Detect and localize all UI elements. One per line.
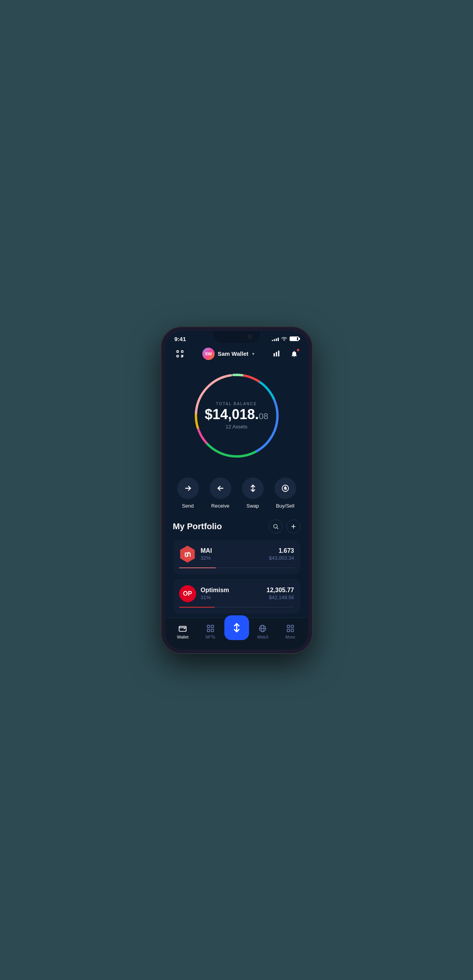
asset-card-optimism[interactable]: OP Optimism 31% 12,305.77 $42,149.56 xyxy=(173,579,300,614)
nfts-nav-icon xyxy=(206,624,215,633)
nav-more[interactable]: More xyxy=(276,624,304,639)
optimism-amount: 12,305.77 xyxy=(266,587,294,594)
notch xyxy=(214,331,260,343)
nav-web3[interactable]: Web3 xyxy=(249,624,277,639)
svg-rect-7 xyxy=(273,353,275,356)
more-nav-icon xyxy=(286,624,295,633)
svg-rect-37 xyxy=(287,625,290,628)
bell-icon[interactable] xyxy=(288,348,300,360)
phone-screen: 9:41 xyxy=(165,331,308,649)
receive-button[interactable]: Receive xyxy=(210,477,231,509)
optimism-pct: 31% xyxy=(201,594,229,600)
svg-rect-28 xyxy=(179,627,186,632)
nav-nfts[interactable]: NFTs xyxy=(197,624,224,639)
mai-pct: 32% xyxy=(201,555,212,561)
swap-button[interactable]: Swap xyxy=(242,477,264,509)
svg-rect-31 xyxy=(207,629,210,632)
signal-icon xyxy=(272,336,279,341)
more-nav-label: More xyxy=(285,635,295,639)
wallet-name: Sam Wallet xyxy=(218,350,248,357)
balance-label: TOTAL BALANCE xyxy=(205,402,268,406)
mai-value: $43,003.34 xyxy=(269,555,294,561)
send-button[interactable]: Send xyxy=(177,477,199,509)
svg-rect-1 xyxy=(181,350,183,352)
nfts-nav-label: NFTs xyxy=(205,635,215,639)
svg-rect-0 xyxy=(176,350,178,352)
web3-nav-icon xyxy=(258,624,267,633)
status-time: 9:41 xyxy=(175,336,186,342)
action-buttons: Send Receive xyxy=(165,470,308,520)
portfolio-title: My Portfolio xyxy=(173,521,222,532)
nav-wallet[interactable]: Wallet xyxy=(169,624,197,639)
buysell-label: Buy/Sell xyxy=(276,503,295,509)
swap-label: Swap xyxy=(246,503,259,509)
svg-rect-9 xyxy=(278,350,279,356)
optimism-progress-fill xyxy=(179,607,215,608)
balance-chart: TOTAL BALANCE $14,018.08 12 Assets xyxy=(190,369,283,462)
mai-progress-bar xyxy=(179,567,294,568)
svg-line-25 xyxy=(277,528,278,529)
svg-rect-39 xyxy=(287,629,290,632)
mai-icon: ₥ xyxy=(179,546,196,563)
mai-name: MAI xyxy=(201,547,212,554)
battery-icon xyxy=(290,336,299,341)
send-label: Send xyxy=(182,503,193,509)
camera xyxy=(248,335,252,339)
notification-dot xyxy=(297,348,300,352)
asset-card-mai[interactable]: ₥ MAI 32% 1.673 $43,003.34 xyxy=(173,540,300,574)
buysell-button[interactable]: Buy/Sell xyxy=(275,477,296,509)
nav-center-swap[interactable] xyxy=(224,615,249,640)
optimism-progress-bar xyxy=(179,607,294,608)
svg-point-24 xyxy=(273,524,277,528)
asset-row-mai: ₥ MAI 32% 1.673 $43,003.34 xyxy=(179,546,294,563)
portfolio-actions xyxy=(269,520,300,533)
chart-icon[interactable] xyxy=(270,348,283,360)
mai-progress-fill xyxy=(179,567,216,568)
svg-rect-2 xyxy=(176,355,178,357)
balance-section: TOTAL BALANCE $14,018.08 12 Assets xyxy=(165,365,308,470)
svg-rect-40 xyxy=(291,629,293,632)
portfolio-section: My Portfolio xyxy=(165,520,308,614)
wallet-selector[interactable]: SW Sam Wallet ▾ xyxy=(202,348,254,360)
balance-center: TOTAL BALANCE $14,018.08 12 Assets xyxy=(205,402,268,430)
svg-rect-30 xyxy=(211,625,214,628)
phone-frame: 9:41 xyxy=(161,327,312,653)
wallet-nav-label: Wallet xyxy=(177,635,188,639)
svg-rect-32 xyxy=(211,629,214,632)
wallet-nav-icon xyxy=(178,624,187,633)
receive-label: Receive xyxy=(211,503,229,509)
optimism-value: $42,149.56 xyxy=(266,594,294,600)
bottom-nav: Wallet NFTs xyxy=(165,618,308,649)
optimism-name: Optimism xyxy=(201,587,229,594)
web3-nav-label: Web3 xyxy=(257,635,268,639)
chevron-down-icon: ▾ xyxy=(252,351,254,357)
svg-rect-29 xyxy=(207,625,210,628)
wifi-icon xyxy=(281,336,287,342)
svg-rect-38 xyxy=(291,625,293,628)
header-right xyxy=(270,348,300,360)
balance-assets: 12 Assets xyxy=(205,424,268,430)
portfolio-search-button[interactable] xyxy=(269,520,283,533)
balance-amount: $14,018.08 xyxy=(205,408,268,421)
svg-rect-8 xyxy=(276,352,277,357)
mai-amount: 1.673 xyxy=(269,547,294,554)
portfolio-add-button[interactable] xyxy=(287,520,300,533)
optimism-icon: OP xyxy=(179,585,196,602)
status-icons xyxy=(272,336,299,342)
header: SW Sam Wallet ▾ xyxy=(165,344,308,365)
asset-row-optimism: OP Optimism 31% 12,305.77 $42,149.56 xyxy=(179,585,294,602)
avatar: SW xyxy=(202,348,215,360)
scan-icon[interactable] xyxy=(173,347,187,361)
portfolio-header: My Portfolio xyxy=(173,520,300,533)
